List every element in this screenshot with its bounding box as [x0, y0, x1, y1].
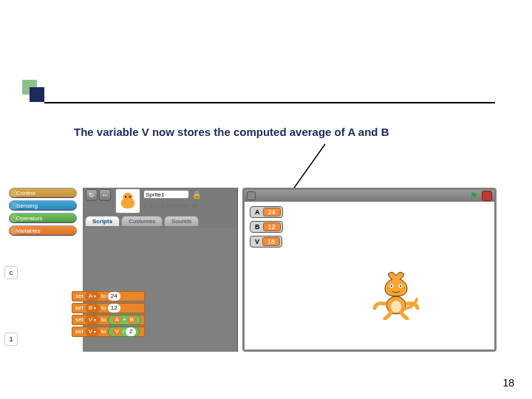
category-sensing[interactable]: Sensing [9, 200, 77, 211]
category-label: Variables [16, 228, 41, 234]
readout-value: 18 [262, 237, 280, 246]
svg-point-5 [129, 196, 131, 197]
svg-point-8 [391, 285, 392, 287]
set-v-sum-block[interactable]: set V to A + B [72, 315, 145, 325]
set-kw: set [75, 327, 83, 336]
readout-value: 12 [263, 222, 281, 231]
readout-label: B [252, 223, 263, 231]
operand-v[interactable]: V [112, 327, 122, 336]
presentation-mode-icon[interactable] [247, 191, 256, 200]
category-operators[interactable]: Operators [9, 213, 77, 223]
divider-line [44, 102, 495, 103]
readout-label: V [252, 238, 262, 245]
stage[interactable]: A 24 B 12 V 18 [245, 202, 494, 349]
plus-operator[interactable]: A + B [108, 315, 141, 325]
svg-point-3 [123, 193, 132, 202]
operand-two[interactable]: 2 [126, 327, 136, 336]
set-kw: set [75, 316, 83, 324]
slide-title: The variable V now stores the computed a… [74, 126, 473, 138]
tab-scripts[interactable]: Scripts [85, 216, 120, 226]
var-dropdown-a[interactable]: A [85, 292, 100, 301]
to-kw: to [101, 316, 106, 324]
svg-point-9 [400, 285, 401, 287]
var-dropdown-b[interactable]: B [85, 304, 100, 313]
set-kw: set [75, 304, 83, 313]
readout-value: 24 [263, 208, 281, 216]
script-blocks-group: set A to 24 set B to 12 set V to A + B s… [72, 291, 145, 338]
set-v-div-block[interactable]: set V to V / 2 [72, 327, 145, 337]
divide-operator[interactable]: V / 2 [108, 327, 140, 337]
readout-b[interactable]: B 12 [250, 221, 283, 233]
category-label: Operators [16, 215, 43, 222]
stage-container: ⚑ A 24 B 12 V 18 [242, 188, 497, 352]
category-variables[interactable]: Variables [9, 225, 77, 236]
svg-point-4 [125, 196, 126, 197]
sprite-toolbar: ↻ ↔ [86, 189, 111, 201]
operand-a[interactable]: A [112, 316, 122, 324]
green-flag-icon[interactable]: ⚑ [468, 190, 480, 202]
flip-icon[interactable]: ↔ [99, 189, 111, 201]
stage-toolbar: ⚑ [245, 190, 494, 202]
category-label: Sensing [16, 202, 38, 209]
to-kw: to [101, 292, 106, 301]
title-text: The variable V now stores the computed a… [74, 126, 389, 138]
page-number: 18 [502, 377, 514, 389]
block-categories: Control Sensing Operators Variables [9, 188, 80, 238]
tab-bar: Scripts Costumes Sounds [85, 216, 199, 226]
var-dropdown-v[interactable]: V [85, 327, 100, 336]
set-b-block[interactable]: set B to 12 [72, 303, 145, 313]
readout-v[interactable]: V 18 [250, 236, 282, 248]
readout-a[interactable]: A 24 [250, 206, 283, 218]
category-label: Control [16, 190, 35, 197]
rotate-icon[interactable]: ↻ [86, 189, 98, 201]
cat-sprite[interactable] [370, 268, 422, 320]
fragment-block-1: 1 [4, 332, 18, 346]
to-kw: to [101, 304, 106, 313]
value-input[interactable]: 24 [108, 292, 120, 301]
set-a-block[interactable]: set A to 24 [72, 291, 145, 301]
readout-label: A [252, 208, 263, 216]
operand-b[interactable]: B [127, 316, 137, 324]
value-input[interactable]: 12 [108, 304, 120, 313]
sprite-name-input[interactable] [143, 190, 189, 199]
svg-point-11 [391, 301, 401, 313]
set-kw: set [75, 292, 83, 301]
to-kw: to [101, 327, 106, 336]
sprite-coords: x: 0 y: 0 direction: 90 [143, 202, 198, 209]
category-control[interactable]: Control [9, 188, 77, 198]
var-dropdown-v[interactable]: V [85, 316, 100, 324]
fragment-block-c: c [4, 266, 18, 279]
lock-icon[interactable]: 🔒 [192, 191, 201, 199]
tab-costumes[interactable]: Costumes [121, 216, 163, 226]
plus-op: + [123, 316, 126, 324]
scratch-editor: Control Sensing Operators Variables ↻ ↔ … [9, 188, 497, 352]
sprite-thumbnail[interactable] [115, 188, 140, 214]
accent-square-navy [30, 87, 44, 102]
stop-icon[interactable] [482, 191, 492, 201]
tab-sounds[interactable]: Sounds [164, 216, 199, 226]
div-op: / [123, 327, 124, 336]
